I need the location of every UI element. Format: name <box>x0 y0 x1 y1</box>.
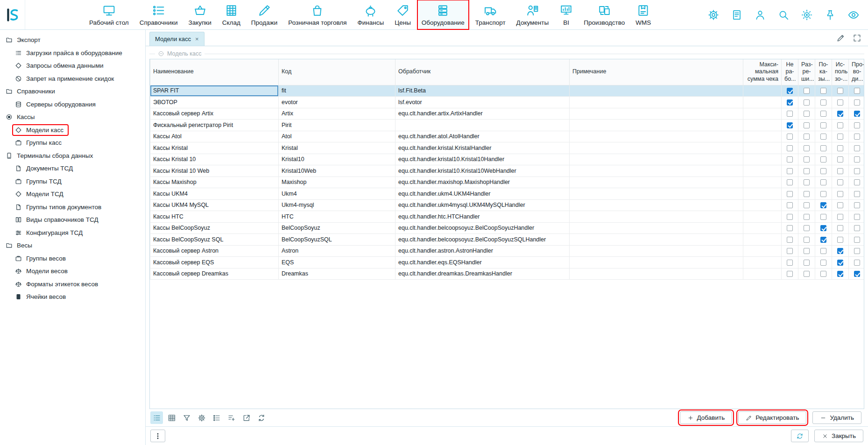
checkbox[interactable] <box>787 214 793 220</box>
cell-check-4[interactable] <box>832 177 849 188</box>
checkbox[interactable] <box>820 271 826 277</box>
checkbox[interactable] <box>854 248 860 254</box>
checkbox[interactable] <box>820 122 826 128</box>
cell-check-4[interactable] <box>832 120 849 131</box>
cell-check-3[interactable] <box>815 165 832 177</box>
open-external-button[interactable] <box>240 411 253 424</box>
checkbox[interactable] <box>804 271 810 277</box>
nav-item-finance[interactable]: Финансы <box>353 0 388 29</box>
checkbox[interactable] <box>787 248 793 254</box>
checkbox[interactable] <box>820 99 826 106</box>
column-header-handler[interactable]: Обработчик <box>395 59 570 85</box>
checkbox[interactable] <box>787 237 793 243</box>
table-row[interactable]: Кассы Kristal 10Kristal10equ.clt.handler… <box>150 154 865 165</box>
checkbox[interactable] <box>787 88 793 94</box>
checkbox[interactable] <box>804 225 810 231</box>
cell-max-sum[interactable] <box>743 257 782 268</box>
cell-check-3[interactable] <box>815 108 832 120</box>
reload-button[interactable] <box>255 411 268 424</box>
checkbox[interactable] <box>837 202 843 208</box>
cell-check-4[interactable] <box>832 245 849 257</box>
cell-check-5[interactable] <box>849 234 865 246</box>
cell-max-sum[interactable] <box>743 199 782 211</box>
cell-code[interactable]: Astron <box>279 245 395 257</box>
checkbox[interactable] <box>787 99 793 106</box>
cell-check-5[interactable] <box>849 154 865 165</box>
checkbox[interactable] <box>820 248 826 254</box>
cell-code[interactable]: BelCoopSoyuz <box>279 222 395 234</box>
cell-handler[interactable]: equ.clt.handler.htc.HTCHandler <box>395 211 570 223</box>
cell-check-3[interactable] <box>815 188 832 200</box>
cell-code[interactable]: Ukm4-mysql <box>279 199 395 211</box>
sidebar-item-scales-models[interactable]: Модели весов <box>0 265 145 278</box>
cell-check-2[interactable] <box>798 120 815 131</box>
checkbox[interactable] <box>854 99 860 106</box>
cell-name[interactable]: Кассы Maxishop <box>150 177 279 188</box>
cell-name[interactable]: Кассы Kristal 10 Web <box>150 165 279 177</box>
checkbox[interactable] <box>854 214 860 220</box>
cell-check-5[interactable] <box>849 177 865 188</box>
cell-check-2[interactable] <box>798 154 815 165</box>
cell-check-1[interactable] <box>782 257 798 268</box>
pin-button[interactable] <box>823 8 837 22</box>
cell-check-1[interactable] <box>782 211 798 223</box>
checkbox[interactable] <box>804 88 810 94</box>
cell-name[interactable]: Кассы HTC <box>150 211 279 223</box>
sidebar-item-tsd-terminals[interactable]: Терминалы сбора данных <box>0 149 145 162</box>
cell-check-5[interactable] <box>849 268 865 280</box>
cell-check-4[interactable] <box>832 85 849 97</box>
cell-max-sum[interactable] <box>743 188 782 200</box>
cell-check-1[interactable] <box>782 222 798 234</box>
cell-check-2[interactable] <box>798 222 815 234</box>
checkbox[interactable] <box>837 122 843 128</box>
cell-note[interactable] <box>570 154 743 165</box>
column-header-check2[interactable]: Раз- ре- ши... <box>798 59 815 85</box>
cell-check-1[interactable] <box>782 188 798 200</box>
cell-check-5[interactable] <box>849 245 865 257</box>
column-header-max-sum[interactable]: Макси- мальная сумма чека <box>743 59 782 85</box>
cell-check-5[interactable] <box>849 211 865 223</box>
table-row[interactable]: Кассы AtolAtolequ.clt.handler.atol.AtolH… <box>150 131 865 142</box>
cell-check-1[interactable] <box>782 165 798 177</box>
checkbox[interactable] <box>837 99 843 106</box>
cell-name[interactable]: Кассовый сервер EQS <box>150 257 279 268</box>
cell-name[interactable]: Кассы Kristal <box>150 142 279 154</box>
checkbox[interactable] <box>787 134 793 140</box>
cell-note[interactable] <box>570 165 743 177</box>
table-row[interactable]: ЭВОТОРevotorlsf.evotor <box>150 97 865 108</box>
cell-note[interactable] <box>570 142 743 154</box>
checkbox[interactable] <box>804 134 810 140</box>
column-header-name[interactable]: Наименование <box>150 59 279 85</box>
cell-max-sum[interactable] <box>743 245 782 257</box>
sidebar-item-cash-groups[interactable]: Группы касс <box>0 136 145 149</box>
settings-gear-button[interactable] <box>195 411 208 424</box>
checkbox[interactable] <box>804 145 810 151</box>
table-row[interactable]: Кассы UKM4 MySQLUkm4-mysqlequ.clt.handle… <box>150 199 865 211</box>
cell-note[interactable] <box>570 97 743 108</box>
checkbox[interactable] <box>820 260 826 266</box>
checkbox[interactable] <box>804 156 810 162</box>
cell-check-2[interactable] <box>798 108 815 120</box>
checkbox[interactable] <box>787 145 793 151</box>
cell-handler[interactable]: equ.clt.handler.dreamkas.DreamkasHandler <box>395 268 570 280</box>
cell-check-4[interactable] <box>832 257 849 268</box>
nav-item-transport[interactable]: Транспорт <box>471 0 510 29</box>
cell-code[interactable]: Pirit <box>279 120 395 131</box>
cell-max-sum[interactable] <box>743 85 782 97</box>
cell-check-3[interactable] <box>815 245 832 257</box>
cell-code[interactable]: Ukm4 <box>279 188 395 200</box>
checkbox[interactable] <box>804 111 810 117</box>
table-row[interactable]: Кассы UKM4Ukm4equ.clt.handler.ukm4.UKM4H… <box>150 188 865 200</box>
cell-note[interactable] <box>570 211 743 223</box>
cell-handler[interactable]: equ.clt.handler.ukm4.UKM4Handler <box>395 188 570 200</box>
cell-check-3[interactable] <box>815 199 832 211</box>
checkbox[interactable] <box>820 145 826 151</box>
checkbox[interactable] <box>820 191 826 197</box>
cell-check-4[interactable] <box>832 142 849 154</box>
cell-check-2[interactable] <box>798 85 815 97</box>
cell-code[interactable]: HTC <box>279 211 395 223</box>
list-view-button[interactable] <box>150 411 163 424</box>
cell-check-3[interactable] <box>815 222 832 234</box>
close-button[interactable]: Закрыть <box>814 430 863 442</box>
checkbox[interactable] <box>787 271 793 277</box>
